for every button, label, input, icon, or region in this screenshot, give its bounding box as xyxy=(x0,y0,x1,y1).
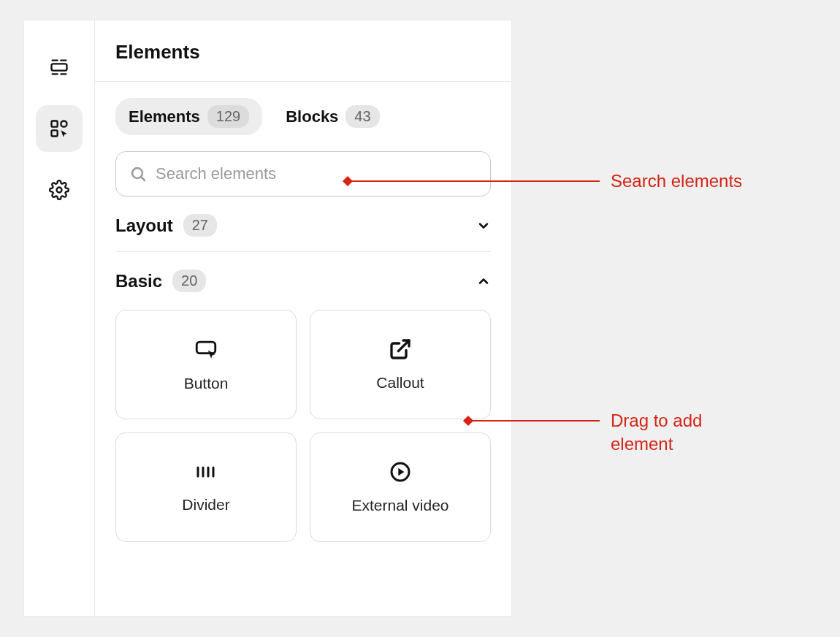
rail-settings-button[interactable] xyxy=(36,167,83,213)
element-button-label: Button xyxy=(184,375,229,392)
element-callout-label: Callout xyxy=(376,374,424,392)
chevron-up-icon xyxy=(476,274,491,289)
element-divider[interactable]: Divider xyxy=(115,432,297,542)
section-layout-count: 27 xyxy=(183,214,217,237)
annotation-line xyxy=(348,180,600,182)
tab-elements-label: Elements xyxy=(129,107,200,126)
section-layout-header[interactable]: Layout 27 xyxy=(115,214,491,252)
rail-elements-button[interactable] xyxy=(36,105,83,152)
svg-point-4 xyxy=(57,188,62,193)
tab-blocks-label: Blocks xyxy=(286,107,338,126)
tabs: Elements 129 Blocks 43 xyxy=(95,82,511,135)
rail-sections-button[interactable] xyxy=(36,44,83,91)
external-link-icon xyxy=(389,337,412,361)
chevron-down-icon xyxy=(476,218,491,233)
svg-rect-6 xyxy=(196,342,215,354)
element-external-video[interactable]: External video xyxy=(310,432,491,542)
section-basic-header[interactable]: Basic 20 xyxy=(115,270,491,307)
tab-elements[interactable]: Elements 129 xyxy=(115,98,262,135)
gear-icon xyxy=(49,180,69,200)
element-external-video-label: External video xyxy=(351,497,448,514)
panel-title: Elements xyxy=(95,20,511,82)
divider-icon xyxy=(193,461,219,483)
annotation-search: Search elements xyxy=(611,169,742,193)
elements-grid-icon xyxy=(49,118,69,139)
element-divider-label: Divider xyxy=(182,496,229,514)
tab-blocks[interactable]: Blocks 43 xyxy=(283,98,392,135)
svg-rect-1 xyxy=(52,121,58,127)
search-icon xyxy=(129,165,147,183)
svg-rect-3 xyxy=(52,130,58,136)
element-button[interactable]: Button xyxy=(115,310,297,419)
section-layout-title: Layout xyxy=(115,215,173,236)
panel: Elements Elements 129 Blocks 43 xyxy=(94,20,511,616)
play-circle-icon xyxy=(389,460,412,484)
annotation-drag: Drag to add element xyxy=(611,409,757,457)
section-basic-count: 20 xyxy=(172,270,206,292)
button-icon xyxy=(194,337,218,362)
elements-panel-window: Elements Elements 129 Blocks 43 xyxy=(24,20,511,616)
search-field[interactable] xyxy=(115,151,491,197)
annotation-line xyxy=(468,420,600,422)
section-basic-title: Basic xyxy=(115,271,162,291)
svg-rect-0 xyxy=(52,64,67,70)
tab-elements-count: 129 xyxy=(207,105,249,128)
svg-point-2 xyxy=(61,121,66,127)
elements-grid: Button Callout Divider xyxy=(115,307,491,542)
sidebar-rail xyxy=(24,20,94,616)
element-callout[interactable]: Callout xyxy=(310,310,491,419)
sections-icon xyxy=(49,57,69,77)
tab-blocks-count: 43 xyxy=(345,105,379,128)
